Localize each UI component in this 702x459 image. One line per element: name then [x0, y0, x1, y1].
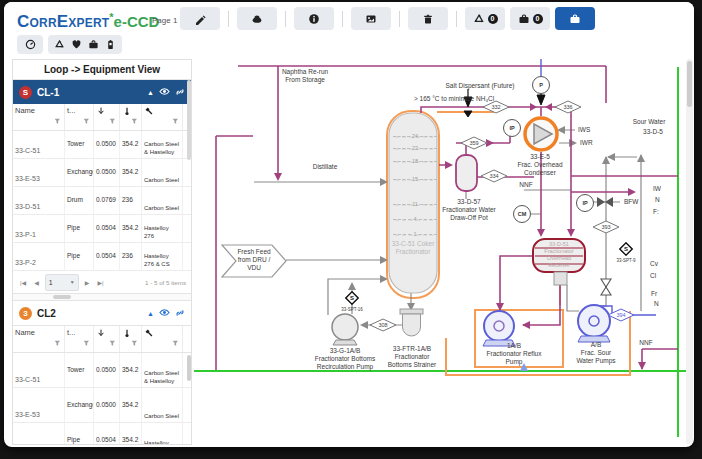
table-hscrollbar[interactable]: [13, 294, 191, 300]
column-header[interactable]: Name: [13, 326, 65, 352]
cell-type: Exchanger: [65, 159, 94, 186]
pager-info: 1 - 5 of 5 items: [145, 279, 186, 286]
pager-last-button[interactable]: ▶|: [95, 278, 105, 287]
column-header[interactable]: t...: [65, 326, 94, 352]
edit-button[interactable]: [180, 7, 220, 30]
loop-panel-header-CL2[interactable]: 3CL2▲: [13, 300, 191, 326]
column-header[interactable]: [142, 326, 183, 352]
tray-row: 15: [393, 176, 437, 182]
temperature-icon: [122, 106, 132, 116]
equipment-row[interactable]: 33-C-51Tower0.0500354.2Carbon Steel & Ha…: [13, 353, 191, 388]
table-scrollbar[interactable]: [187, 355, 191, 381]
diagram-label: Cl: [650, 272, 656, 280]
equipment-rows: 33-C-51Tower0.0500354.2Carbon Steel & Ha…: [13, 131, 191, 271]
eye-icon[interactable]: [159, 86, 170, 98]
loop-name: CL-1: [37, 87, 142, 98]
equipment-row[interactable]: 33-P-1Pipe0.0504354.2Hastelloy 276: [13, 423, 191, 445]
diagram-label: Cv: [650, 260, 658, 268]
equipment-row[interactable]: 33-P-1Pipe0.0504354.2Hastelloy 276: [13, 215, 191, 243]
loops-button[interactable]: 0: [510, 7, 550, 30]
link-icon[interactable]: [175, 308, 185, 319]
eye-icon[interactable]: [159, 307, 170, 319]
filter-icon[interactable]: [172, 340, 180, 350]
column-header[interactable]: Name: [13, 104, 65, 130]
filter-icon[interactable]: [131, 118, 139, 128]
column-header[interactable]: [120, 326, 142, 352]
cloud-button[interactable]: [237, 7, 277, 30]
cell-type: Exchanger: [65, 388, 94, 422]
column-header[interactable]: [94, 104, 120, 130]
diagram-label: 33-E-5 Frac. Overhead Condenser: [517, 153, 562, 177]
trash-icon: [422, 13, 434, 25]
collapse-icon[interactable]: ▲: [147, 310, 154, 317]
column-header[interactable]: t...: [65, 104, 94, 130]
equipment-row[interactable]: 33-E-53Exchanger0.0500354.2Carbon Steel: [13, 388, 191, 423]
count-badge: 0: [488, 14, 498, 24]
cell-name: 33-C-51: [13, 131, 65, 158]
diagram-label: IW: [653, 185, 661, 193]
toolbar-row-2: [17, 35, 122, 54]
diagram-label: N: [655, 196, 660, 204]
canvas-scrollbar[interactable]: [686, 59, 693, 444]
link-icon[interactable]: [175, 87, 185, 98]
column-header[interactable]: [94, 326, 120, 352]
filter-icon[interactable]: [54, 118, 62, 128]
recycle-button[interactable]: 0: [465, 7, 505, 30]
material-icon: [144, 328, 154, 338]
delete-button[interactable]: [408, 7, 448, 30]
column-header[interactable]: [142, 104, 183, 130]
cell-type: Pipe: [65, 423, 94, 445]
pager: |◀◀1▼▶▶|1 - 5 of 5 items: [13, 271, 191, 294]
tray-row: 22: [393, 145, 437, 151]
diagram-label: N: [654, 300, 659, 308]
tag-diamond-393: 393: [592, 220, 620, 234]
tag-diamond-336: 336: [554, 100, 582, 114]
funnel-icon: [83, 118, 91, 126]
gauge-button[interactable]: [17, 35, 43, 54]
filter-icon[interactable]: [131, 340, 139, 350]
equipment-row[interactable]: 33-P-2Pipe0.0504236Hastelloy 276 & CS: [13, 243, 191, 271]
diagram-label: Distillate: [313, 163, 338, 171]
page-label: Page 1: [152, 16, 177, 25]
cell-material: Carbon Steel & Hastelloy: [142, 353, 183, 387]
pager-page-select[interactable]: 1▼: [45, 274, 79, 291]
pid-canvas[interactable]: Naphtha Re-run From StorageSalt Dispersa…: [194, 59, 690, 444]
column-header[interactable]: [120, 104, 142, 130]
equipment-row[interactable]: 33-D-51Drum0.0769236Carbon Steel: [13, 187, 191, 215]
pager-first-button[interactable]: |◀: [18, 278, 28, 287]
pager-prev-button[interactable]: ◀: [32, 278, 41, 287]
battery-button[interactable]: [105, 36, 116, 54]
filter-icon[interactable]: [54, 340, 62, 350]
diagram-label: 33-SPT-9: [616, 258, 635, 264]
cell-type: Drum: [65, 187, 94, 214]
filter-icon[interactable]: [172, 118, 180, 128]
recycle-small-button[interactable]: [54, 36, 65, 54]
filter-icon[interactable]: [109, 340, 117, 350]
pager-next-button[interactable]: ▶: [83, 278, 92, 287]
filter-icon[interactable]: [83, 118, 91, 128]
corrosion-icon: [96, 328, 106, 338]
funnel-icon: [172, 118, 180, 126]
diagram-label: NNF: [519, 181, 532, 189]
info-icon: [308, 13, 320, 25]
column-label: Name: [15, 106, 35, 115]
equipment-row[interactable]: 33-E-53Exchanger0.0500354.2Carbon Steel: [13, 159, 191, 187]
loop-panel-header-CL-1[interactable]: SCL-1▲: [13, 80, 191, 104]
tray-number: 18: [412, 158, 418, 164]
funnel-icon: [54, 340, 62, 348]
cell-temp: 354.2: [120, 215, 142, 242]
cell-temp: 354.2: [120, 423, 142, 445]
equipment-row[interactable]: 33-C-51Tower0.0500354.2Carbon Steel & Ha…: [13, 131, 191, 159]
heart-button[interactable]: [71, 36, 82, 54]
info-button[interactable]: [294, 7, 334, 30]
image-button[interactable]: [351, 7, 391, 30]
table-header-row: Namet...: [13, 326, 191, 353]
filter-icon[interactable]: [83, 340, 91, 350]
collapse-icon[interactable]: ▲: [147, 89, 154, 96]
instrument-bubble-P: P: [532, 76, 550, 94]
filter-icon[interactable]: [109, 118, 117, 128]
briefcase-small-button[interactable]: [88, 36, 99, 54]
sidebar-scrollbar[interactable]: [187, 80, 191, 160]
loops-active-button[interactable]: [555, 7, 595, 30]
toolbar-icon-group: [48, 35, 122, 54]
